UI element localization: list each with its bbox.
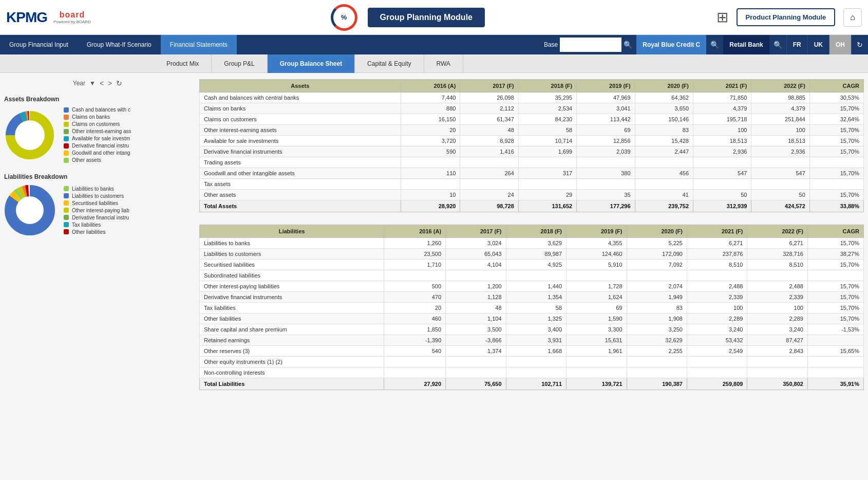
royal-blue-button[interactable]: Royal Blue Credit C — [636, 35, 706, 54]
row-cell: 84,230 — [518, 114, 576, 125]
row-cell — [807, 270, 863, 281]
row-cell — [567, 270, 627, 281]
row-cell: 15,70% — [809, 190, 863, 200]
table-row: Trading assets — [200, 157, 864, 168]
liabilities-legend: Liabilities to banksLiabilities to custo… — [64, 186, 129, 235]
row-label: Claims on banks — [200, 103, 401, 114]
country-oh[interactable]: OH — [829, 35, 851, 54]
country-uk[interactable]: UK — [807, 35, 829, 54]
retail-search-icon: 🔍 — [773, 41, 782, 49]
prev-year-button[interactable]: < — [100, 79, 104, 87]
row-cell: 2,488 — [687, 281, 747, 292]
liabilities-chart-area: Liabilities to banksLiabilities to custo… — [4, 184, 191, 236]
row-cell — [577, 157, 635, 168]
liab-col-2017: 2017 (F) — [446, 225, 506, 238]
row-cell: 47,969 — [577, 93, 635, 103]
assets-legend-item: Claims on banks — [64, 114, 131, 120]
tab-group-balance-sheet[interactable]: Group Balance Sheet — [268, 54, 355, 73]
assets-legend-item: Goodwill and other intang — [64, 150, 131, 156]
nav-financial-statements[interactable]: Financial Statements — [161, 35, 237, 54]
row-cell: 3,250 — [627, 324, 687, 335]
liab-col-2022: 2022 (F) — [747, 225, 807, 238]
row-cell: 2,534 — [518, 103, 576, 114]
row-cell: 3,650 — [635, 103, 693, 114]
tab-rwa[interactable]: RWA — [424, 54, 463, 73]
table-row: Other interest-paying liabilities5001,20… — [200, 281, 864, 292]
row-cell: 2,936 — [693, 146, 751, 157]
assets-col-2022: 2022 (F) — [751, 80, 809, 93]
assets-col-2016: 2016 (A) — [401, 80, 460, 93]
row-cell: 83 — [635, 125, 693, 136]
row-cell — [506, 270, 566, 281]
refresh-button[interactable]: ↻ — [851, 35, 868, 54]
liab-col-2020: 2020 (F) — [627, 225, 687, 238]
row-cell: 83 — [627, 303, 687, 313]
row-cell — [384, 357, 446, 367]
country-fr[interactable]: FR — [786, 35, 807, 54]
row-cell: 1,590 — [567, 313, 627, 324]
row-cell: 3,240 — [747, 324, 807, 335]
row-cell: 3,400 — [506, 324, 566, 335]
row-cell — [627, 367, 687, 378]
row-cell: 20 — [401, 125, 460, 136]
nav-group-financial-input[interactable]: Group Financial Input — [0, 35, 78, 54]
row-cell: 7,092 — [627, 260, 687, 270]
table-row: Claims on customers16,15061,34784,230113… — [200, 114, 864, 125]
row-cell: 18,513 — [693, 136, 751, 146]
row-cell: 48 — [460, 125, 518, 136]
home-button[interactable]: ⌂ — [843, 8, 862, 27]
assets-total-2019: 177,296 — [577, 200, 635, 212]
assets-col-header: Assets — [200, 80, 401, 93]
row-cell: 380 — [577, 168, 635, 179]
row-cell — [384, 367, 446, 378]
row-cell: 53,432 — [687, 335, 747, 346]
row-cell: 15,65% — [807, 346, 863, 357]
row-label: Retained earnings — [200, 335, 384, 346]
row-cell: 15,70% — [809, 136, 863, 146]
tab-capital-equity[interactable]: Capital & Equity — [355, 54, 424, 73]
row-cell: 15,70% — [807, 313, 863, 324]
row-label: Non-controlling interests — [200, 367, 384, 378]
row-cell: -3,866 — [446, 335, 506, 346]
row-cell: 1,440 — [506, 281, 566, 292]
product-planning-button[interactable]: Product Planning Module — [737, 8, 836, 26]
row-cell: 26,098 — [460, 93, 518, 103]
module-button[interactable]: Group Planning Module — [368, 8, 485, 27]
row-cell: 24 — [460, 190, 518, 200]
board-logo: board Powered by BOARD — [53, 10, 91, 24]
tab-product-mix[interactable]: Product Mix — [154, 54, 212, 73]
row-cell: 15,70% — [807, 281, 863, 292]
next-year-button[interactable]: > — [108, 79, 112, 87]
row-cell — [809, 179, 863, 190]
tab-group-pl[interactable]: Group P&L — [212, 54, 267, 73]
row-cell: 41 — [635, 190, 693, 200]
dropdown-icon: ▼ — [89, 80, 96, 87]
row-cell: 500 — [384, 281, 446, 292]
row-cell: 1,374 — [446, 346, 506, 357]
row-cell: 547 — [693, 168, 751, 179]
row-cell: 2,039 — [577, 146, 635, 157]
row-cell — [747, 367, 807, 378]
retail-bank-button[interactable]: Retail Bank — [723, 35, 769, 54]
row-cell: 4,104 — [446, 260, 506, 270]
table-row: Cash and balances with central banks7,44… — [200, 93, 864, 103]
assets-legend-item: Derivative financial instru — [64, 143, 131, 149]
base-search[interactable] — [560, 38, 621, 52]
reset-year-button[interactable]: ↻ — [116, 79, 122, 87]
equity-row: Other equity instruments (1) (2) — [200, 357, 864, 367]
liabilities-legend-item: Other interest-paying liab — [64, 208, 129, 213]
assets-col-2019: 2019 (F) — [577, 80, 635, 93]
assets-legend-item: Cash and balances with c — [64, 107, 131, 113]
row-label: Tax assets — [200, 179, 401, 190]
row-label: Share capital and share premium — [200, 324, 384, 335]
row-cell: 15,70% — [809, 125, 863, 136]
liabilities-title: Liabilities Breakdown — [4, 173, 191, 180]
nav-group-whatif[interactable]: Group What-If Scenario — [78, 35, 161, 54]
row-cell: 69 — [567, 303, 627, 313]
assets-chart-area: Cash and balances with cClaims on banksC… — [4, 107, 191, 163]
assets-table: Assets 2016 (A) 2017 (F) 2018 (F) 2019 (… — [199, 79, 864, 212]
row-cell: 2,549 — [687, 346, 747, 357]
assets-col-2018: 2018 (F) — [518, 80, 576, 93]
row-cell: 5,225 — [627, 238, 687, 249]
row-cell: 38,27% — [807, 249, 863, 260]
